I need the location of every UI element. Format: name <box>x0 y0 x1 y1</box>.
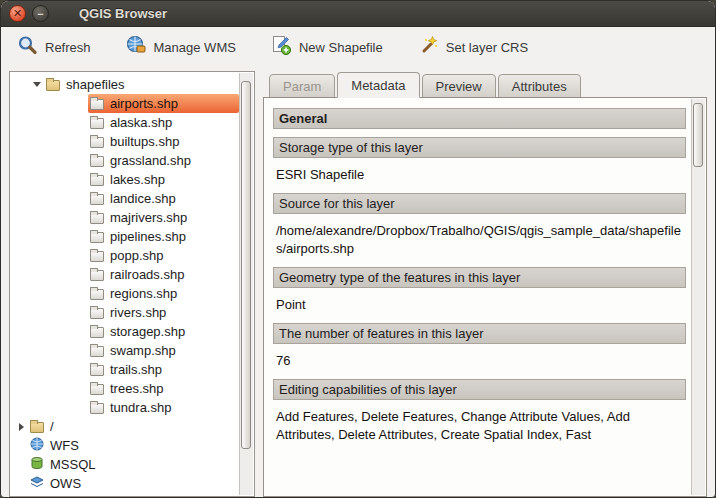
shapefile-icon <box>90 213 104 224</box>
shapefile-icon <box>90 289 104 300</box>
tree-item-label: pipelines.shp <box>110 229 186 244</box>
shapefile-icon <box>90 175 104 186</box>
tree-item-label: lakes.shp <box>110 172 165 187</box>
tree-item[interactable]: landice.shp <box>10 189 239 208</box>
refresh-icon <box>16 34 38 60</box>
shapefile-icon <box>90 156 104 167</box>
tree-item-label: MSSQL <box>50 457 96 472</box>
shapefile-icon <box>90 270 104 281</box>
tree-item[interactable]: rivers.shp <box>10 303 239 322</box>
tree-item-ows[interactable]: OWS <box>10 474 239 493</box>
tree-item-label: builtups.shp <box>110 134 179 149</box>
tree-item-label: / <box>50 419 54 434</box>
tree-item[interactable]: lakes.shp <box>10 170 239 189</box>
folder-icon <box>46 80 60 91</box>
set-layer-crs-button[interactable]: Set layer CRS <box>412 31 533 63</box>
tree-item-label: rivers.shp <box>110 305 166 320</box>
tree-item-label: popp.shp <box>110 248 164 263</box>
shapefile-icon <box>90 365 104 376</box>
tree-item[interactable]: popp.shp <box>10 246 239 265</box>
shapefile-icon <box>90 232 104 243</box>
right-scrollbar[interactable] <box>691 99 705 495</box>
tree-item[interactable]: trees.shp <box>10 379 239 398</box>
metadata-section-header: General <box>273 108 686 129</box>
shapefile-icon <box>90 99 104 110</box>
set-layer-crs-icon <box>417 34 439 60</box>
main-area: shapefiles airports.shp alaska.shp built… <box>1 67 715 497</box>
expander-icon[interactable] <box>14 423 28 431</box>
metadata-row-header: Storage type of this layer <box>273 137 686 158</box>
tree-item-label: airports.shp <box>110 96 178 111</box>
close-button[interactable]: ✕ <box>9 5 26 22</box>
metadata-content: General Storage type of this layer ESRI … <box>264 98 690 453</box>
tree-item[interactable]: grassland.shp <box>10 151 239 170</box>
tree-item[interactable]: alaska.shp <box>10 113 239 132</box>
shapefile-icon <box>90 251 104 262</box>
detail-panel: Param Metadata Preview Attributes Genera… <box>263 71 707 497</box>
metadata-row-header: Geometry type of the features in this la… <box>273 267 686 288</box>
manage-wms-button[interactable]: Manage WMS <box>120 31 241 63</box>
tree-item[interactable]: railroads.shp <box>10 265 239 284</box>
metadata-view: General Storage type of this layer ESRI … <box>263 97 707 497</box>
ows-icon <box>30 475 44 492</box>
tree-item-label: storagep.shp <box>110 324 185 339</box>
tree-item[interactable]: trails.shp <box>10 360 239 379</box>
tree-item-label: railroads.shp <box>110 267 184 282</box>
tree-item-shapefiles[interactable]: shapefiles <box>10 75 239 94</box>
tree-item-mssql[interactable]: MSSQL <box>10 455 239 474</box>
tab-metadata[interactable]: Metadata <box>337 72 419 98</box>
metadata-row-header: Source for this layer <box>273 193 686 214</box>
titlebar: ✕ − QGIS Browser <box>1 1 715 27</box>
set-layer-crs-label: Set layer CRS <box>446 40 528 55</box>
metadata-row-value: 76 <box>276 352 684 370</box>
left-scrollbar[interactable] <box>239 73 253 495</box>
refresh-button[interactable]: Refresh <box>11 31 96 63</box>
new-shapefile-button[interactable]: New Shapefile <box>265 31 388 63</box>
shapefile-icon <box>90 137 104 148</box>
shapefile-icon <box>90 346 104 357</box>
tree-item[interactable]: majrivers.shp <box>10 208 239 227</box>
shapefile-icon <box>90 384 104 395</box>
tab-attributes[interactable]: Attributes <box>498 74 581 98</box>
tree-item-label: trees.shp <box>110 381 163 396</box>
right-scrollbar-thumb[interactable] <box>693 103 703 167</box>
tree-item[interactable]: tundra.shp <box>10 398 239 417</box>
folder-icon <box>30 422 44 433</box>
metadata-row-value: Add Features, Delete Features, Change At… <box>276 408 684 444</box>
tab-preview[interactable]: Preview <box>422 74 496 98</box>
tree-item-label: tundra.shp <box>110 400 171 415</box>
tab-param[interactable]: Param <box>269 74 335 98</box>
manage-wms-icon <box>125 34 147 60</box>
tree-item[interactable]: builtups.shp <box>10 132 239 151</box>
tree-item-label: shapefiles <box>66 77 125 92</box>
metadata-row-value: Point <box>276 296 684 314</box>
tree-item[interactable]: pipelines.shp <box>10 227 239 246</box>
tree-item[interactable]: storagep.shp <box>10 322 239 341</box>
manage-wms-label: Manage WMS <box>154 40 236 55</box>
expander-icon[interactable] <box>30 82 44 87</box>
tree-item-root-dir[interactable]: / <box>10 417 239 436</box>
refresh-label: Refresh <box>45 40 91 55</box>
shapefile-icon <box>90 194 104 205</box>
toolbar: Refresh Manage WMS New Shap <box>1 27 715 67</box>
wfs-icon <box>30 437 44 454</box>
metadata-row-value: /home/alexandre/Dropbox/Trabalho/QGIS/qg… <box>276 222 684 258</box>
shapefile-icon <box>90 403 104 414</box>
tree-item-wfs[interactable]: WFS <box>10 436 239 455</box>
window-title: QGIS Browser <box>79 6 167 21</box>
metadata-row-header: The number of features in this layer <box>273 323 686 344</box>
detail-tabs: Param Metadata Preview Attributes <box>263 71 707 97</box>
tree-item[interactable]: swamp.shp <box>10 341 239 360</box>
tree-item[interactable]: airports.shp <box>10 94 239 113</box>
new-shapefile-label: New Shapefile <box>299 40 383 55</box>
browser-tree-panel: shapefiles airports.shp alaska.shp built… <box>9 71 255 497</box>
shapefile-icon <box>90 118 104 129</box>
tree-item-label: trails.shp <box>110 362 162 377</box>
minimize-button[interactable]: − <box>32 5 49 22</box>
left-scrollbar-thumb[interactable] <box>241 81 251 449</box>
tree-item[interactable]: regions.shp <box>10 284 239 303</box>
browser-tree: shapefiles airports.shp alaska.shp built… <box>10 72 239 493</box>
tree-item-label: alaska.shp <box>110 115 172 130</box>
tree-item-label: majrivers.shp <box>110 210 187 225</box>
mssql-icon <box>30 456 44 473</box>
